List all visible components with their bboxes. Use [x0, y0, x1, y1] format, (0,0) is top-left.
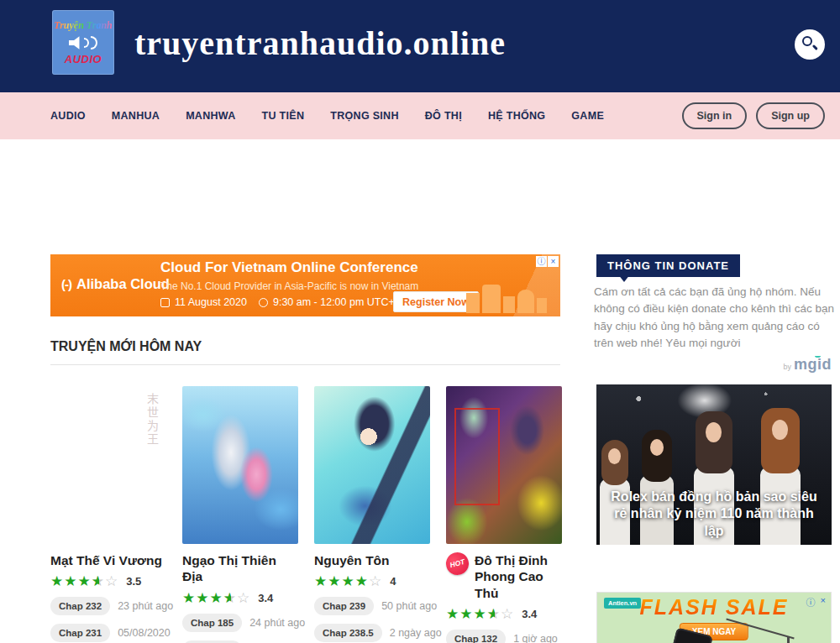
ad-info-icon[interactable]: ⓘ: [806, 595, 816, 609]
star-icon: ★: [50, 574, 64, 588]
chapter-chip[interactable]: Chap 231: [50, 624, 110, 642]
rating-value: 3.4: [522, 609, 537, 619]
nav-item-tu-tien[interactable]: TU TIÊN: [262, 110, 305, 122]
section-title: TRUYỆN MỚI HÔM NAY: [50, 339, 202, 354]
chapter-chip[interactable]: Chap 238.5: [314, 624, 382, 642]
nav-item-audio[interactable]: AUDIO: [50, 110, 86, 122]
speaker-glyph: [69, 36, 82, 50]
comic-card: 末世为王 Mạt Thế Vi Vương ★ ★ ★ ★★ ☆ 3.5 Cha…: [50, 386, 166, 643]
ad-info-icon[interactable]: ⓘ: [536, 256, 547, 267]
ad-close-icon[interactable]: ×: [548, 256, 559, 267]
mgid-by-label: by: [783, 363, 791, 371]
nav-item-do-thi[interactable]: ĐÔ THỊ: [425, 110, 462, 122]
figure-hair: [642, 430, 672, 482]
site-header: Truyện Tranh AUDIO truyentranhaudio.onli…: [0, 0, 840, 92]
comic-title-text: Đô Thị Đỉnh Phong Cao Thủ: [475, 552, 562, 601]
nav-item-manhua[interactable]: MANHUA: [112, 110, 160, 122]
star-icon: ★: [474, 607, 487, 621]
rating-value: 3.4: [258, 593, 273, 604]
auth-buttons: Sign in Sign up: [682, 102, 826, 129]
ad-subtitle: The No.1 Cloud Provider in Asia-Pacific …: [160, 280, 418, 292]
chapter-time: 2 ngày ago: [390, 627, 442, 639]
star-half-icon: ★★: [487, 607, 501, 621]
comic-title[interactable]: Mạt Thế Vi Vương: [50, 552, 166, 568]
sign-up-button[interactable]: Sign up: [756, 102, 825, 129]
hot-badge: HOT: [444, 550, 471, 578]
comic-title[interactable]: Nguyên Tôn: [314, 552, 430, 568]
mgid-logo: mgid: [794, 356, 832, 374]
chapter-chip[interactable]: Chap 239: [314, 597, 374, 615]
ad-corner-controls: ⓘ ×: [806, 595, 826, 609]
star-icon: ★: [196, 591, 209, 605]
rating-stars: ★ ★ ★ ★★ ☆ 3.4: [446, 607, 562, 621]
comic-title[interactable]: HOT Đô Thị Đỉnh Phong Cao Thủ: [446, 552, 562, 601]
site-logo[interactable]: Truyện Tranh AUDIO: [52, 10, 114, 75]
figure-face: [650, 439, 664, 456]
buildings-illustration: [517, 290, 534, 313]
cover-caption: 末世为王: [143, 393, 160, 447]
alibaba-ad-banner[interactable]: (-) Alibaba Cloud Cloud For Vietnam Onli…: [50, 254, 560, 316]
star-glyph: ★: [92, 574, 99, 588]
mgid-logo-text: mgid: [794, 356, 832, 373]
figure-hair: [761, 408, 800, 473]
chapter-row: Chap 238.5 2 ngày ago: [314, 624, 430, 642]
nav-item-trong-sinh[interactable]: TRỌNG SINH: [330, 110, 398, 122]
flash-sale-ad[interactable]: Antien.vn FLASH SALE XEM NGAY ⓘ ×: [596, 592, 832, 643]
comic-title-text: Ngạo Thị Thiên Địa: [182, 552, 298, 585]
star-glyph: ★: [487, 607, 495, 621]
chapter-row: Chap 239 50 phút ago: [314, 597, 430, 615]
star-icon: ★: [210, 591, 223, 605]
donate-heading: THÔNG TIN DONATE: [596, 254, 740, 277]
logo-text-audio: AUDIO: [65, 53, 102, 65]
search-icon-handle: [812, 44, 818, 50]
nav-item-manhwa[interactable]: MANHWA: [186, 110, 235, 122]
site-title[interactable]: truyentranhaudio.online: [134, 24, 506, 63]
chapter-time: 1 giờ ago: [513, 633, 558, 643]
comic-cover[interactable]: [182, 386, 298, 544]
star-empty-icon: ☆: [237, 591, 250, 605]
nav-item-he-thong[interactable]: HỆ THỐNG: [488, 110, 545, 122]
chapter-time: 05/08/2020: [118, 627, 171, 639]
chapter-time: 50 phút ago: [381, 600, 437, 612]
comic-card: Nguyên Tôn ★ ★ ★ ★ ☆ 4 Chap 239 50 phút …: [314, 386, 430, 643]
chapter-chip[interactable]: Chap 185: [182, 614, 242, 632]
star-icon: ★: [64, 574, 77, 588]
alibaba-logo: (-) Alibaba Cloud: [61, 276, 170, 292]
flash-sale-title: FLASH SALE: [597, 595, 831, 619]
star-icon: ★: [355, 574, 369, 588]
logo-text-top: Truyện Tranh: [54, 19, 112, 32]
sign-in-button[interactable]: Sign in: [682, 102, 748, 129]
comic-cover[interactable]: [446, 386, 562, 544]
comic-card: Ngạo Thị Thiên Địa ★ ★ ★ ★★ ☆ 3.4 Chap 1…: [182, 386, 298, 643]
star-icon: ★: [446, 607, 459, 621]
comic-cover[interactable]: [314, 386, 430, 544]
buildings-illustration: [466, 293, 480, 313]
figure-hair: [696, 411, 732, 473]
ad-close-icon[interactable]: ×: [821, 595, 826, 609]
comic-title-text: Nguyên Tôn: [314, 552, 390, 568]
star-icon: ★: [459, 607, 473, 621]
comic-cover[interactable]: 末世为王: [50, 386, 166, 544]
star-icon: ★: [342, 574, 355, 588]
page: Truyện Tranh AUDIO truyentranhaudio.onli…: [0, 0, 840, 643]
star-half-icon: ★★: [92, 574, 105, 588]
alibaba-logo-icon: (-): [61, 277, 71, 291]
buildings-illustration: [482, 285, 501, 313]
star-icon: ★: [328, 574, 341, 588]
search-button[interactable]: [795, 29, 825, 60]
chapter-chip[interactable]: Chap 232: [50, 597, 110, 615]
new-comics-grid: 末世为王 Mạt Thế Vi Vương ★ ★ ★ ★★ ☆ 3.5 Cha…: [50, 386, 571, 643]
search-icon: [802, 36, 812, 46]
star-empty-icon: ☆: [369, 574, 382, 588]
comic-title[interactable]: Ngạo Thị Thiên Địa: [182, 552, 298, 585]
star-empty-icon: ☆: [105, 574, 118, 588]
ad-corner-controls: ⓘ ×: [536, 256, 559, 267]
nav-item-game[interactable]: GAME: [571, 110, 604, 122]
rolex-native-ad[interactable]: Rolex bán đồng hồ bản sao siêu rẻ nhân k…: [596, 384, 832, 545]
chapter-row: Chap 132 1 giờ ago: [446, 630, 562, 643]
chapter-chip[interactable]: Chap 132: [446, 630, 506, 643]
main-nav: AUDIO MANHUA MANHWA TU TIÊN TRỌNG SINH Đ…: [0, 92, 840, 139]
figure-hair: [601, 440, 628, 485]
mgid-attribution[interactable]: by mgid: [783, 356, 832, 374]
star-glyph: ★: [223, 591, 231, 605]
